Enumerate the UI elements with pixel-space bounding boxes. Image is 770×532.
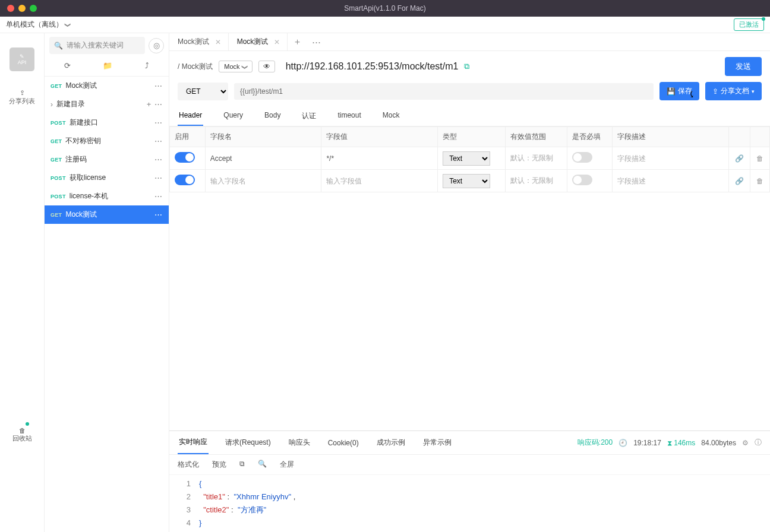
minimize-window[interactable] (18, 5, 26, 12)
share-icon: ⇪ (712, 87, 718, 96)
api-name: 注册码 (65, 154, 87, 164)
clock-icon: 🕘 (618, 439, 627, 447)
sidebar-item[interactable]: POST新建接口⋯ (45, 113, 169, 132)
sidebar-item[interactable]: POST获取license⋯ (45, 169, 169, 187)
sidebar-item[interactable]: GETMock测试⋯ (45, 205, 169, 224)
window-title: SmartApi(v1.1.0 For Mac) (344, 4, 425, 12)
response-tab[interactable]: 成功示例 (375, 432, 406, 454)
upload-icon[interactable]: ⤴ (137, 60, 157, 71)
enable-toggle[interactable] (175, 152, 195, 163)
close-icon[interactable]: ✕ (215, 38, 221, 46)
item-menu[interactable]: ⋯ (154, 155, 163, 164)
item-menu[interactable]: ⋯ (154, 210, 163, 219)
item-menu[interactable]: ⋯ (154, 192, 163, 201)
gear-icon[interactable]: ⚙ (742, 439, 749, 447)
sidebar-item[interactable]: GET不对称密钥⋯ (45, 132, 169, 150)
item-menu[interactable]: ⋯ (154, 81, 163, 90)
table-row: Text默认：无限制🔗🗑 (170, 147, 770, 170)
info-icon[interactable]: ⓘ (755, 438, 762, 448)
method-badge: GET (51, 212, 62, 218)
share-doc-button[interactable]: ⇪分享文档 ▾ (705, 82, 762, 100)
response-code: 响应码:200 (578, 438, 613, 448)
visibility-toggle[interactable]: 👁 (258, 61, 275, 72)
header-tab[interactable]: Header (178, 106, 203, 126)
trash-nav[interactable]: 🗑 回收站 (12, 420, 32, 443)
headers-table: 启用字段名字段值类型有效值范围是否必填字段描述 Text默认：无限制🔗🗑Text… (169, 126, 770, 192)
close-window[interactable] (7, 5, 14, 12)
cursor-icon: ⤹ (688, 89, 696, 100)
mode-selector[interactable]: 单机模式（离线） ❯ (6, 20, 70, 30)
search-input[interactable]: 🔍 请输入搜索关键词 (49, 37, 145, 54)
mock-toggle[interactable]: Mock ❯ (219, 61, 252, 72)
tool-button[interactable]: 全屏 (280, 460, 294, 470)
tool-button[interactable]: 🔍 (258, 460, 267, 470)
item-menu[interactable]: ⋯ (154, 137, 163, 145)
tool-button[interactable]: 格式化 (178, 460, 199, 470)
required-toggle[interactable] (572, 152, 592, 163)
type-select[interactable]: Text (443, 151, 490, 166)
hourglass-icon: ⧗ 146ms (667, 439, 695, 447)
response-tab[interactable]: 请求(Request) (224, 432, 272, 454)
link-icon[interactable]: 🔗 (734, 177, 745, 185)
desc-input[interactable] (617, 154, 724, 163)
request-url: http://192.168.101.25:9513/mock/test/m1 (286, 61, 459, 72)
response-body[interactable]: { "title1" : "Xhhmr Eniyyhv" , "ctitle2"… (199, 477, 295, 530)
method-select[interactable]: GET (178, 83, 228, 100)
field-value-input[interactable] (326, 177, 433, 185)
maximize-window[interactable] (30, 5, 37, 12)
tool-button[interactable]: ⧉ (239, 460, 245, 470)
settings-button[interactable]: ◎ (149, 38, 164, 53)
copy-icon[interactable]: ⧉ (464, 62, 469, 71)
enable-toggle[interactable] (175, 175, 195, 185)
sidebar-item[interactable]: POSTlicense-本机⋯ (45, 187, 169, 205)
response-tab[interactable]: 异常示例 (422, 432, 453, 454)
item-menu[interactable]: ⋯ (154, 118, 163, 127)
api-module-button[interactable]: ✎ API (10, 48, 34, 71)
tool-button[interactable]: 预览 (212, 460, 226, 470)
api-name: 新建接口 (70, 118, 98, 128)
item-menu[interactable]: + ⋯ (147, 100, 163, 109)
send-button[interactable]: 发送 (725, 57, 762, 76)
delete-icon[interactable]: 🗑 (755, 154, 765, 163)
desc-input[interactable] (617, 177, 724, 185)
sidebar-item[interactable]: GET注册码⋯ (45, 150, 169, 169)
field-name-input[interactable] (210, 154, 317, 163)
delete-icon[interactable]: 🗑 (755, 177, 765, 185)
method-badge: POST (51, 194, 66, 200)
gear-icon: ◎ (153, 41, 160, 50)
tab-mock-2[interactable]: Mock测试✕ (229, 33, 288, 50)
header-tab[interactable]: 认证 (301, 106, 317, 126)
item-menu[interactable]: ⋯ (154, 173, 163, 182)
path-input[interactable]: {{url}}/test/m1 (234, 83, 654, 100)
new-tab-button[interactable]: ＋ (288, 36, 307, 48)
response-tab[interactable]: 实时响应 (178, 431, 209, 454)
required-toggle[interactable] (572, 175, 592, 185)
header-tab[interactable]: Query (222, 106, 244, 126)
api-name: 获取license (70, 173, 106, 183)
sidebar-item[interactable]: GETMock测试⋯ (45, 77, 169, 95)
response-tab[interactable]: 响应头 (288, 432, 311, 454)
trash-icon: 🗑 (12, 427, 32, 434)
folder-icon[interactable]: 📁 (94, 60, 121, 71)
response-size: 84.00bytes (701, 439, 736, 447)
tab-mock-1[interactable]: Mock测试✕ (169, 33, 229, 50)
activation-badge[interactable]: 已激活 (734, 18, 764, 31)
refresh-icon[interactable]: ⟳ (56, 60, 79, 71)
chevron-down-icon: ❯ (241, 64, 248, 69)
sidebar-item[interactable]: ›新建目录+ ⋯ (45, 95, 169, 113)
field-name-input[interactable] (210, 177, 317, 185)
tab-menu-button[interactable]: ⋯ (307, 37, 326, 48)
share-icon: ⇪ (9, 89, 35, 97)
field-value-input[interactable] (326, 154, 433, 163)
api-name: Mock测试 (65, 81, 97, 91)
link-icon[interactable]: 🔗 (734, 154, 745, 163)
share-list-nav[interactable]: ⇪ 分享列表 (9, 89, 35, 106)
close-icon[interactable]: ✕ (274, 38, 280, 46)
header-tab[interactable]: Body (263, 106, 282, 126)
eye-icon: 👁 (263, 62, 270, 71)
api-name: 不对称密钥 (65, 136, 101, 146)
response-tab[interactable]: Cookie(0) (327, 433, 360, 453)
type-select[interactable]: Text (443, 174, 490, 188)
header-tab[interactable]: Mock (381, 106, 401, 126)
header-tab[interactable]: timeout (336, 106, 362, 126)
